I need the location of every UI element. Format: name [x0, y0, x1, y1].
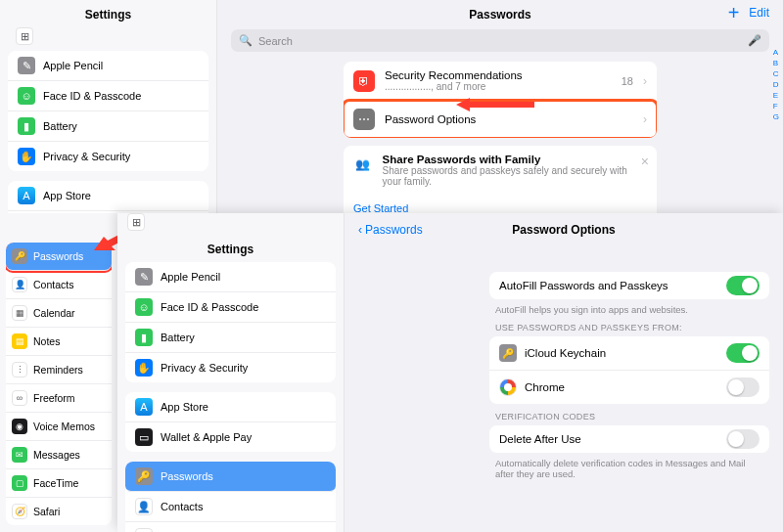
sidebar-item-label: Voice Memos [33, 421, 95, 432]
notes-icon: ▤ [12, 333, 27, 349]
index-letter[interactable]: E [771, 90, 781, 101]
autofill-toggle-row[interactable]: AutoFill Passwords and Passkeys [489, 272, 769, 299]
source-label: iCloud Keychain [525, 347, 606, 359]
sidebar-item-messages[interactable]: ✉Messages [6, 441, 112, 469]
sidebar-item-notes[interactable]: ▤Notes [6, 328, 112, 356]
privacy-icon: ✋ [135, 359, 153, 377]
add-button[interactable]: + [728, 8, 740, 18]
sidebar-item-label: Passwords [33, 250, 83, 262]
page-title: Passwords [469, 8, 530, 22]
sidebar-item-appstore[interactable]: AApp Store [125, 392, 336, 422]
sidebar-item-label: Face ID & Passcode [43, 90, 141, 102]
sidebar-item-faceid[interactable]: ☺Face ID & Passcode [125, 292, 336, 323]
sidebar-item-label: Apple Pencil [161, 271, 220, 283]
family-icon: 👥 [353, 154, 373, 175]
source-icon [499, 378, 517, 396]
sidebar-item-privacy[interactable]: ✋Privacy & Security [8, 142, 208, 171]
search-placeholder: Search [258, 35, 293, 47]
delete-footnote: Automatically delete verification codes … [489, 453, 769, 479]
sidebar-item-appstore[interactable]: AApp Store [8, 181, 208, 211]
search-icon: 🔍 [239, 34, 253, 47]
sidebar-item-battery[interactable]: ▮Battery [8, 111, 208, 142]
sidebar-item-label: App Store [161, 401, 208, 413]
sidebar-item-label: Battery [161, 332, 195, 343]
contacts-icon: 👤 [135, 498, 153, 515]
svg-marker-0 [456, 98, 534, 111]
sec-rec-title: Security Recommendations [385, 69, 523, 81]
sidebar-item-contacts[interactable]: 👤Contacts [125, 492, 336, 522]
sec-rec-sub: ................., and 7 more [385, 81, 523, 92]
sidebar-item-label: Notes [33, 335, 60, 347]
options-icon: ⋯ [353, 109, 375, 130]
search-field[interactable]: 🔍 Search 🎤 [231, 29, 769, 52]
sidebar-item-label: App Store [43, 190, 91, 201]
sidebar-item-freeform[interactable]: ∞Freeform [6, 384, 112, 413]
sidebar-item-label: Contacts [161, 501, 203, 512]
passwords-icon: 🔑 [135, 467, 153, 485]
sidebar-item-label: Privacy & Security [161, 362, 248, 374]
share-sub: Share passwords and passkeys safely and … [383, 165, 647, 187]
autofill-switch[interactable] [726, 276, 760, 295]
index-letter[interactable]: C [771, 68, 781, 79]
sidebar-item-apple-pencil[interactable]: ✎Apple Pencil [125, 262, 336, 292]
autofill-footnote: AutoFill helps you sign into apps and we… [489, 299, 769, 315]
delete-switch[interactable] [726, 429, 760, 449]
alpha-index[interactable]: ABCDEFG [771, 47, 781, 122]
sidebar-title: Settings [117, 235, 344, 262]
delete-label: Delete After Use [499, 433, 581, 445]
source-row[interactable]: Chrome [489, 371, 769, 404]
facetime-icon: ▢ [12, 475, 27, 491]
password-options-pane: ‹Passwords Password Options AutoFill Pas… [345, 213, 783, 532]
sidebar-item-battery[interactable]: ▮Battery [125, 323, 336, 353]
source-switch[interactable] [726, 377, 760, 397]
sidebar-item-reminders[interactable]: ⋮Reminders [6, 356, 112, 384]
back-button[interactable]: ‹Passwords [358, 223, 423, 237]
sidebar-item-label: Privacy & Security [43, 151, 130, 162]
sidebar-item-calendar[interactable]: ▦Calendar [125, 522, 336, 532]
delete-after-use-row[interactable]: Delete After Use [489, 425, 769, 453]
sidebar-item-faceid[interactable]: ☺Face ID & Passcode [8, 81, 208, 111]
sidebar-item-label: Messages [33, 449, 80, 461]
settings-sidebar: Settings ⊞ ✎Apple Pencil☺Face ID & Passc… [0, 0, 217, 213]
sec-rec-count: 18 [622, 75, 633, 87]
chevron-right-icon: › [643, 74, 647, 88]
faceid-icon: ☺ [18, 87, 35, 105]
sidebar-item-calendar[interactable]: ▦Calendar [6, 299, 112, 328]
wallet-icon: ▭ [135, 428, 153, 446]
chevron-left-icon: ‹ [358, 223, 362, 237]
sidebar-item-voicememos[interactable]: ◉Voice Memos [6, 413, 112, 441]
sidebar-item-privacy[interactable]: ✋Privacy & Security [125, 353, 336, 382]
sidebar-item-label: Wallet & Apple Pay [161, 431, 252, 443]
source-row[interactable]: 🔑iCloud Keychain [489, 336, 769, 371]
settings-sidebar-overlay: ⊞ Settings ✎Apple Pencil☺Face ID & Passc… [117, 213, 345, 532]
sidebar-item-facetime[interactable]: ▢FaceTime [6, 469, 112, 498]
index-letter[interactable]: D [771, 79, 781, 90]
reminders-icon: ⋮ [12, 362, 27, 377]
sidebar-item-wallet[interactable]: ▭Wallet & Apple Pay [125, 422, 336, 452]
sidebar-item-label: Contacts [33, 279, 73, 290]
sidebar-item-safari[interactable]: 🧭Safari [6, 498, 112, 525]
sidebar-item-label: FaceTime [33, 477, 78, 489]
close-icon[interactable]: × [641, 154, 649, 169]
sidebar-item-contacts[interactable]: 👤Contacts [6, 271, 112, 299]
contacts-icon: 👤 [12, 277, 27, 292]
edit-button[interactable]: Edit [749, 6, 769, 20]
sidebar-item-passwords[interactable]: 🔑Passwords [125, 462, 336, 492]
sidebar-item-label: Calendar [33, 307, 75, 319]
index-letter[interactable]: B [771, 58, 781, 68]
index-letter[interactable]: G [771, 111, 781, 122]
appstore-icon: A [135, 398, 153, 416]
sidebar-item-label: Reminders [33, 364, 83, 376]
sidebar-item-label: Passwords [161, 470, 213, 482]
settings-sidebar-lower: 🔑Passwords👤Contacts▦Calendar▤Notes⋮Remin… [0, 213, 117, 532]
calendar-icon: ▦ [135, 528, 153, 532]
sidebar-item-apple-pencil[interactable]: ✎Apple Pencil [8, 51, 208, 81]
source-switch[interactable] [726, 343, 760, 363]
sidebar-item-label: Battery [43, 120, 77, 132]
index-letter[interactable]: A [771, 47, 781, 58]
index-letter[interactable]: F [771, 101, 781, 111]
row-icon-crop: ⊞ [127, 213, 145, 231]
verification-caption: VERIFICATION CODES [489, 404, 769, 425]
dictate-icon[interactable]: 🎤 [748, 34, 761, 47]
sidebar-item-label: Freeform [33, 392, 75, 404]
